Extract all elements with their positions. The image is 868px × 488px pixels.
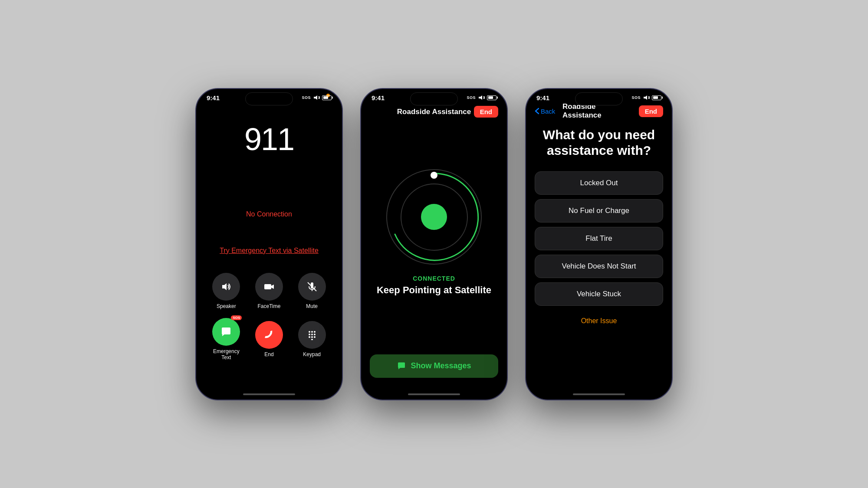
- speaker-label: Speaker: [217, 303, 236, 309]
- speaker-icon: [220, 281, 232, 292]
- facetime-label: FaceTime: [258, 303, 281, 309]
- emergency-text-label: Emergency Text: [212, 348, 240, 360]
- keypad-label: Keypad: [303, 351, 321, 357]
- speaker-button[interactable]: Speaker: [212, 273, 240, 309]
- status-time-3: 9:41: [536, 94, 549, 102]
- battery-icon-1: [322, 95, 332, 100]
- call-controls: Speaker FaceTime: [196, 273, 342, 369]
- emergency-text-icon-circle: SOS: [212, 318, 240, 346]
- svg-point-8: [309, 331, 310, 333]
- mute-btn-icon: [306, 281, 318, 292]
- show-messages-button[interactable]: Show Messages: [370, 354, 498, 378]
- assistance-content: What do you need assistance with? Locked…: [526, 118, 672, 391]
- dynamic-island-2: [410, 92, 458, 105]
- locked-out-option[interactable]: Locked Out: [535, 171, 663, 195]
- sos-badge-3: SOS: [631, 95, 641, 100]
- other-issue-button[interactable]: Other Issue: [535, 312, 663, 330]
- svg-marker-2: [222, 283, 227, 290]
- vehicle-no-start-option[interactable]: Vehicle Does Not Start: [535, 255, 663, 278]
- phone-3: 9:41 SOS: [525, 88, 673, 400]
- end-label: End: [264, 351, 273, 357]
- assistance-question: What do you need assistance with?: [535, 127, 663, 158]
- messages-icon: [397, 361, 406, 371]
- back-chevron-icon: [535, 108, 539, 115]
- status-time-2: 9:41: [372, 94, 385, 102]
- keypad-icon: [307, 330, 317, 340]
- speaker-icon-circle: [212, 273, 240, 301]
- phone2-title: Roadside Assistance: [397, 108, 471, 116]
- battery-icon-2: [487, 95, 496, 100]
- svg-point-12: [311, 334, 313, 335]
- sos-badge-red: SOS: [231, 315, 242, 320]
- phone-1: 9:41 SOS 911 No Connection: [195, 88, 343, 400]
- message-icon: [220, 326, 232, 338]
- end-button-p3[interactable]: End: [639, 105, 663, 117]
- call-buttons-row-1: Speaker FaceTime: [205, 273, 333, 309]
- connected-label: CONNECTED: [413, 275, 455, 282]
- end-button-p2[interactable]: End: [474, 106, 498, 118]
- status-icons-3: SOS: [631, 95, 661, 100]
- svg-point-17: [311, 339, 313, 340]
- call-buttons-row-2: SOS Emergency Text: [205, 318, 333, 360]
- facetime-button[interactable]: FaceTime: [255, 273, 283, 309]
- call-screen: 911 No Connection Try Emergency Text via…: [196, 104, 342, 391]
- svg-point-14: [309, 336, 310, 338]
- mute-button[interactable]: Mute: [298, 273, 326, 309]
- no-connection-text: No Connection: [220, 209, 319, 219]
- keypad-icon-circle: [298, 321, 326, 349]
- satellite-indicator: [386, 169, 482, 265]
- back-button[interactable]: Back: [535, 108, 555, 115]
- mute-icon-2: [478, 95, 485, 100]
- vehicle-stuck-option[interactable]: Vehicle Stuck: [535, 282, 663, 306]
- emergency-text-link[interactable]: Try Emergency Text via Satellite: [220, 246, 319, 256]
- back-label: Back: [541, 108, 555, 115]
- status-time-1: 9:41: [207, 94, 220, 102]
- end-btn-icon-circle: [255, 321, 283, 349]
- end-call-icon: [263, 329, 275, 341]
- satellite-area: CONNECTED Keep Pointing at Satellite: [361, 120, 507, 346]
- facetime-icon-circle: [255, 273, 283, 301]
- svg-point-11: [309, 334, 310, 335]
- svg-point-9: [311, 331, 313, 333]
- home-indicator-2: [408, 393, 460, 395]
- svg-point-10: [314, 331, 316, 333]
- battery-icon-3: [652, 95, 661, 100]
- show-messages-label: Show Messages: [411, 361, 471, 370]
- svg-marker-4: [271, 285, 274, 289]
- mute-icon-3: [643, 95, 650, 100]
- emergency-text-button[interactable]: SOS Emergency Text: [212, 318, 240, 360]
- keypad-button[interactable]: Keypad: [298, 321, 326, 357]
- phone2-header: Roadside Assistance End: [361, 104, 507, 120]
- mute-icon-circle: [298, 273, 326, 301]
- svg-point-15: [311, 336, 313, 338]
- svg-rect-3: [264, 284, 271, 289]
- status-icons-1: SOS: [302, 95, 332, 100]
- call-number: 911: [244, 121, 294, 157]
- svg-point-13: [314, 334, 316, 335]
- satellite-dot: [431, 172, 437, 179]
- phone3-header: Back Roadside Assistance End: [526, 104, 672, 118]
- sos-badge-1: SOS: [302, 95, 311, 100]
- dynamic-island-1: [245, 92, 293, 105]
- no-fuel-option[interactable]: No Fuel or Charge: [535, 199, 663, 223]
- phones-container: 9:41 SOS 911 No Connection: [195, 88, 673, 400]
- phone-2: 9:41 SOS Roadside Assistance End: [360, 88, 508, 400]
- sos-badge-2: SOS: [467, 95, 476, 100]
- mute-label: Mute: [306, 303, 318, 309]
- facetime-icon: [263, 281, 275, 292]
- home-indicator-3: [573, 393, 625, 395]
- home-indicator-1: [243, 393, 295, 395]
- mute-icon: [313, 95, 320, 100]
- dynamic-island-3: [575, 92, 623, 105]
- flat-tire-option[interactable]: Flat Tire: [535, 227, 663, 250]
- svg-point-16: [314, 336, 316, 338]
- signal-center: [421, 204, 447, 230]
- status-icons-2: SOS: [467, 95, 496, 100]
- end-button-p1[interactable]: End: [255, 321, 283, 357]
- keep-pointing-text: Keep Pointing at Satellite: [377, 285, 491, 296]
